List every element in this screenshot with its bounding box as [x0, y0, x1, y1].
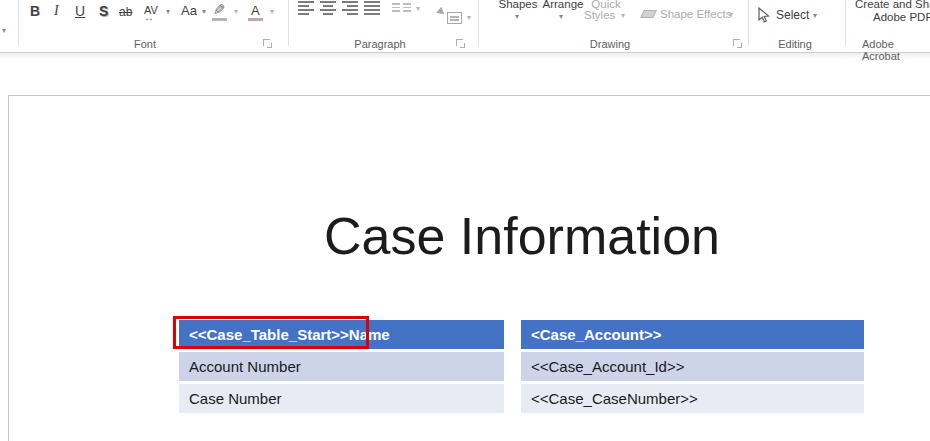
smartart-dropdown-icon[interactable]: ▾ [467, 14, 471, 22]
strikethrough-button[interactable]: ab [119, 2, 132, 22]
shapes-button[interactable]: Shapes [495, 0, 541, 10]
create-share-pdf-button-line2[interactable]: Adobe PDF [873, 11, 930, 23]
table-row: Account Number <<Case_Account_Id>> [179, 352, 864, 381]
group-separator [478, 0, 479, 46]
text-shadow-button[interactable]: S [99, 1, 108, 21]
row-label-cell[interactable]: Account Number [179, 352, 504, 381]
font-color-bar [248, 18, 263, 21]
justify-button[interactable] [364, 1, 380, 15]
bold-button[interactable]: B [30, 1, 40, 21]
paragraph-group-label: Paragraph [300, 38, 460, 50]
arrange-dropdown-icon[interactable]: ▾ [559, 13, 563, 21]
acrobat-group-label: Adobe Acrobat [862, 38, 930, 62]
select-button[interactable]: Select [776, 8, 809, 22]
drawing-dialog-launcher-icon[interactable] [733, 39, 742, 48]
select-cursor-icon [757, 7, 770, 23]
align-right-button[interactable] [342, 1, 358, 15]
highlight-color-bar [212, 18, 227, 21]
group-separator [748, 0, 749, 46]
underline-button[interactable]: U [75, 1, 85, 21]
ribbon-shadow [0, 53, 930, 59]
columns-dropdown-icon[interactable]: ▾ [416, 5, 420, 13]
shape-effects-dropdown-icon[interactable]: ▾ [729, 11, 733, 19]
merge-field-account[interactable]: <Case_Account>> [531, 326, 661, 343]
char-spacing-dropdown-icon[interactable]: ▾ [166, 8, 170, 16]
editing-group-label: Editing [760, 38, 830, 50]
document-page[interactable]: Case Information <<Case_Table_Start>>Nam… [8, 95, 930, 441]
row-value-cell[interactable]: <<Case_Account_Id>> [521, 352, 864, 381]
ribbon: ▾ B I U S ab AV ↔ ▾ Aa ▾ ✎ ▾ A ▾ Font ▾ … [0, 0, 930, 53]
columns-button[interactable] [392, 3, 411, 12]
group-separator [288, 0, 289, 46]
smartart-arrow-icon [436, 7, 447, 18]
italic-button[interactable]: I [54, 1, 59, 21]
header-cell-account[interactable]: <Case_Account>> [521, 320, 864, 349]
row-label-cell[interactable]: Case Number [179, 384, 504, 413]
select-dropdown-icon[interactable]: ▾ [813, 12, 817, 20]
shapes-dropdown-icon[interactable]: ▾ [515, 13, 519, 21]
align-center-button[interactable] [320, 1, 336, 15]
quick-styles-button-line2[interactable]: Styles [584, 9, 615, 21]
quick-styles-dropdown-icon[interactable]: ▾ [621, 12, 625, 20]
change-case-button[interactable]: Aa [181, 1, 197, 21]
paragraph-dialog-launcher-icon[interactable] [456, 39, 465, 48]
table-row: Case Number <<Case_CaseNumber>> [179, 384, 864, 413]
case-information-table: <<Case_Table_Start>>Name <Case_Account>>… [179, 320, 864, 416]
font-dialog-launcher-icon[interactable] [263, 39, 272, 48]
drawing-group-label: Drawing [530, 38, 690, 50]
group-separator [845, 0, 846, 46]
align-left-button[interactable] [298, 1, 314, 15]
create-share-pdf-button[interactable]: Create and Share [855, 0, 930, 10]
font-color-dropdown-icon[interactable]: ▾ [270, 8, 274, 16]
convert-to-smartart-button[interactable] [447, 12, 462, 24]
shape-effects-button[interactable]: Shape Effects [660, 8, 731, 20]
clipped-dropdown-icon[interactable]: ▾ [2, 27, 6, 35]
arrange-button[interactable]: Arrange [537, 0, 589, 10]
double-arrow-icon: ↔ [144, 8, 154, 28]
group-separator [18, 0, 19, 46]
font-group-label: Font [50, 38, 240, 50]
annotation-red-box [173, 316, 369, 349]
shape-effects-icon [640, 10, 657, 18]
highlight-pen-icon[interactable]: ✎ [213, 0, 226, 20]
page-title[interactable]: Case Information [9, 206, 930, 266]
highlight-dropdown-icon[interactable]: ▾ [234, 8, 238, 16]
row-value-cell[interactable]: <<Case_CaseNumber>> [521, 384, 864, 413]
change-case-dropdown-icon[interactable]: ▾ [202, 8, 206, 16]
